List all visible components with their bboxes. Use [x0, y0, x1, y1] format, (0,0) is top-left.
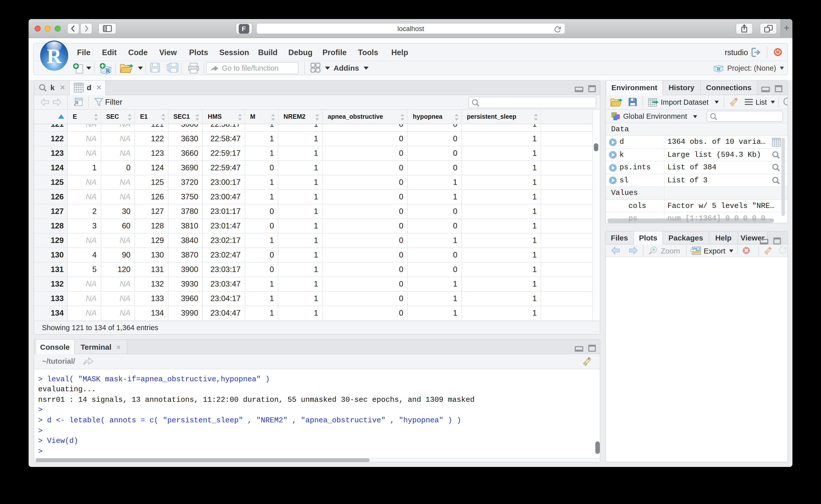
svg-text:R: R: [106, 67, 110, 74]
svg-text:R: R: [717, 66, 721, 72]
